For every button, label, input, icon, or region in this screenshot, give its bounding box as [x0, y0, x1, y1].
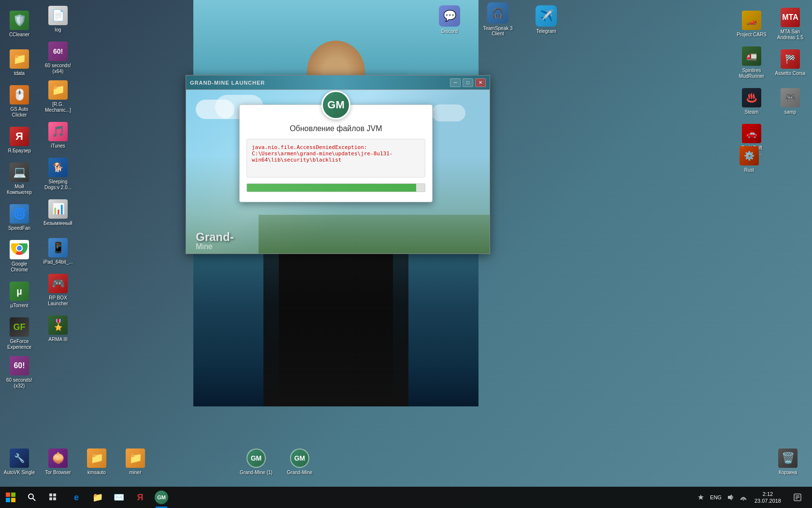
launcher-maximize-button[interactable]: □ [463, 78, 473, 87]
svg-rect-6 [11, 498, 15, 502]
system-tray: ENG 2:12 23.07.2018 [692, 487, 812, 508]
desktop-icon-sleeping-dogs[interactable]: 🐕 Sleeping Dogs:v 2.0... [39, 155, 77, 194]
desktop-icon-my-computer[interactable]: 💻 Мой Компьютер [0, 160, 39, 198]
left-icon-col2: 📄 log 60! 60 seconds! (x64) 📁 [R.G. Mech… [39, 0, 77, 348]
tray-notification-badge[interactable] [696, 494, 706, 501]
svg-rect-9 [49, 493, 52, 496]
tray-network[interactable] [738, 494, 749, 501]
svg-rect-12 [53, 497, 56, 500]
launcher-controls: ─ □ ✕ [450, 78, 486, 87]
desktop-icon-rg-mechanic[interactable]: 📁 [R.G. Mechanic...] [39, 77, 77, 116]
desktop-icon-ipad[interactable]: 📱 iPad_64bit_... [39, 232, 77, 271]
dialog-error-text: java.nio.file.AccessDeniedException: C:\… [252, 144, 392, 163]
dialog-error-box: java.nio.file.AccessDeniedException: C:\… [246, 139, 425, 178]
desktop-icon-tdata[interactable]: 📁 tdata [0, 44, 39, 82]
launcher-window: GRAND-MINE LAUNCHER ─ □ ✕ Grand- Mine [186, 75, 490, 254]
desktop-icon-project-cars[interactable]: 🏎️ Project CARS [732, 5, 771, 44]
taskbar-edge[interactable]: e [66, 487, 87, 508]
tray-time: 2:12 [754, 491, 781, 497]
svg-marker-13 [728, 494, 732, 500]
svg-rect-10 [53, 493, 56, 496]
desktop-icon-spintires[interactable]: 🚛 Spintires MudRunner [732, 44, 771, 82]
update-dialog: GM Обновление файлов JVM java.nio.file.A… [239, 105, 433, 202]
desktop-icon-unnamed[interactable]: 📊 Безымянный [39, 194, 77, 232]
tray-notifications[interactable] [787, 487, 808, 508]
bottom-left-icons: 🔧 AutoVK Single 🧅 Tor Browser 📁 kmsauto … [0, 443, 155, 481]
svg-rect-3 [6, 493, 10, 497]
desktop-icon-mta[interactable]: MTA MTA San Andreas 1.5 [771, 5, 810, 44]
desktop-icon-teamspeak[interactable]: 🎧 TeamSpeak 3 Client [481, 2, 515, 36]
desktop-icon-arma[interactable]: 🎖️ ARMA III [39, 310, 77, 348]
gm-desktop-icons: GM Grand-Mine (1) GM Grand-Mine [237, 443, 319, 481]
search-button[interactable] [21, 487, 43, 508]
desktop-icon-tor-browser[interactable]: 🧅 Tor Browser [39, 443, 77, 481]
desktop-icon-samp[interactable]: 🎮 samp [771, 82, 810, 121]
dialog-progress-bar [246, 183, 425, 192]
taskbar-yandex[interactable]: Я [130, 487, 151, 508]
desktop-icon-rust[interactable]: ⚙️ Rust [730, 140, 768, 179]
desktop-icon-rpbox[interactable]: 🎮 RP BOX Launcher [39, 271, 77, 310]
launcher-minimize-button[interactable]: ─ [450, 78, 461, 87]
desktop-icon-ccleaner[interactable]: 🛡️ CCleaner [0, 5, 39, 44]
launcher-titlebar: GRAND-MINE LAUNCHER ─ □ ✕ [186, 75, 490, 90]
desktop-icon-discord[interactable]: 💬 Discord [433, 5, 466, 34]
desktop-icon-google-chrome[interactable]: Google Chrome [0, 237, 39, 276]
svg-point-2 [17, 246, 22, 251]
dialog-title: Обновление файлов JVM [240, 124, 432, 133]
desktop-icon-grand-mine-1[interactable]: GM Grand-Mine (1) [237, 443, 276, 481]
desktop-icon-autovk[interactable]: 🔧 AutoVK Single [0, 443, 39, 481]
svg-rect-11 [49, 497, 52, 500]
taskbar-grand-mine[interactable]: GM [151, 487, 172, 508]
desktop-icon-gs-auto-clicker[interactable]: 🖱️ GS Auto Clicker [0, 82, 39, 121]
launcher-title: GRAND-MINE LAUNCHER [190, 80, 265, 86]
tray-date: 23.07.2018 [754, 497, 781, 504]
desktop-icon-steam[interactable]: ♨️ Steam [732, 82, 771, 121]
svg-point-7 [29, 494, 33, 499]
desktop-icon-60s-x32[interactable]: 60! 60 seconds! (x32) [0, 353, 39, 392]
start-button[interactable] [0, 487, 21, 508]
desktop-icon-assetto-corsa[interactable]: 🏁 Assetto Corsa [771, 44, 810, 82]
svg-line-8 [33, 498, 35, 501]
tray-clock[interactable]: 2:12 23.07.2018 [751, 491, 785, 505]
tray-volume[interactable] [725, 494, 736, 501]
desktop-icon-60s-x64[interactable]: 60! 60 seconds! (x64) [39, 39, 77, 77]
desktop-icon-speedfan[interactable]: 🌀 SpeedFan [0, 198, 39, 237]
svg-point-14 [742, 499, 744, 501]
launcher-content: Grand- Mine GM Обновление файлов JVM jav… [186, 90, 490, 254]
svg-rect-4 [11, 493, 15, 497]
dialog-logo: GM [240, 90, 432, 120]
desktop-icon-miner[interactable]: 📁 miner [116, 443, 155, 481]
taskbar: e 📁 ✉️ Я GM ENG [0, 487, 812, 508]
desktop-icon-recycle-bin[interactable]: 🗑️ Корзина [768, 443, 807, 481]
launcher-close-button[interactable]: ✕ [475, 78, 486, 87]
desktop-icon-grand-mine-2[interactable]: GM Grand-Mine [280, 443, 319, 481]
desktop-icon-kmsauto[interactable]: 📁 kmsauto [77, 443, 116, 481]
dialog-progress-fill [247, 184, 416, 192]
top-icon-area: 💬 Discord 🎧 TeamSpeak 3 Client ✈️ Telegr… [266, 0, 730, 39]
tray-lang[interactable]: ENG [708, 494, 724, 500]
taskbar-explorer[interactable]: 📁 [87, 487, 108, 508]
desktop-icon-geforce[interactable]: GF GeForce Experience [0, 314, 39, 353]
taskbar-apps: e 📁 ✉️ Я GM [66, 487, 692, 508]
task-view-button[interactable] [43, 487, 64, 508]
desktop-icon-telegram[interactable]: ✈️ Telegram [529, 5, 563, 34]
svg-rect-5 [6, 498, 10, 502]
desktop-icon-yandex-browser[interactable]: Я Я.Браузер [0, 121, 39, 160]
dialog-logo-image: GM [321, 90, 350, 120]
right-icon-area: 🏎️ Project CARS MTA MTA San Andreas 1.5 … [730, 0, 812, 164]
taskbar-mail[interactable]: ✉️ [108, 487, 130, 508]
desktop-icon-itunes[interactable]: 🎵 iTunes [39, 116, 77, 155]
desktop: 💬 Discord 🎧 TeamSpeak 3 Client ✈️ Telegr… [0, 0, 812, 508]
desktop-icon-log[interactable]: 📄 log [39, 0, 77, 39]
desktop-icon-utorrent[interactable]: µ µTorrent [0, 276, 39, 314]
